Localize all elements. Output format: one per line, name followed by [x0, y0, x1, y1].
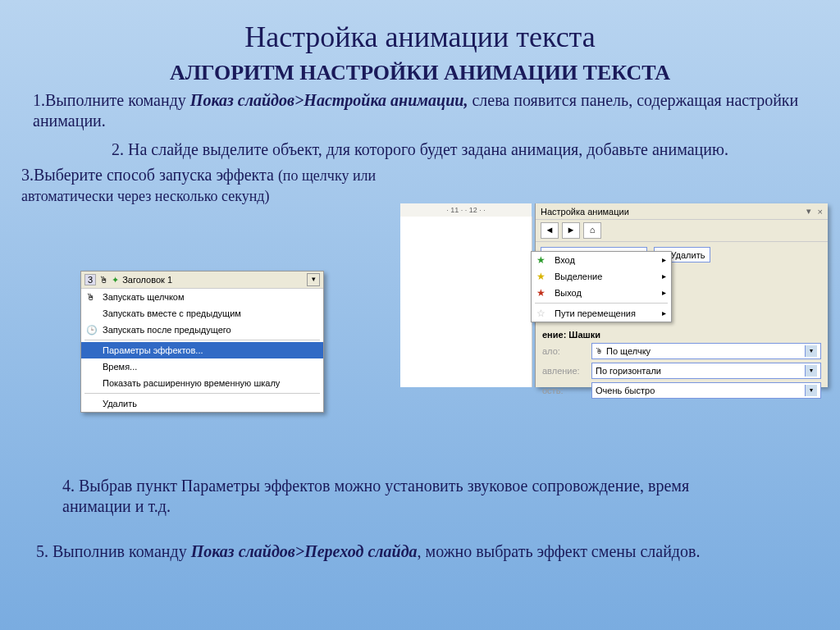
slide-workspace	[400, 217, 532, 387]
submenu-motion-paths[interactable]: ☆ Пути перемещения ▸	[532, 305, 671, 322]
combo-value: По щелчку	[603, 346, 805, 356]
menu-label: Запускать щелчком	[103, 292, 185, 302]
chevron-down-icon[interactable]: ▾	[307, 273, 320, 286]
step5-pre: 5. Выполнив команду	[36, 542, 191, 560]
field-start-combo[interactable]: 🖱 По щелчку ▾	[591, 343, 821, 359]
menu-divider	[84, 340, 320, 340]
mouse-icon: 🖱	[596, 347, 603, 355]
menu-remove[interactable]: Удалить	[81, 395, 323, 412]
menu-divider	[84, 393, 320, 394]
submenu-emphasis[interactable]: ★ Выделение ▸	[532, 268, 671, 285]
chevron-down-icon[interactable]: ▾	[805, 385, 817, 396]
arrow-right-icon: ▸	[662, 288, 666, 297]
submenu-label: Выход	[555, 288, 582, 298]
step1-pre: 1.Выполните команду	[33, 91, 190, 109]
clock-icon: 🕒	[86, 325, 96, 335]
ruler: · 11 · · 12 · ·	[400, 203, 532, 217]
field-speed-label: ость:	[542, 386, 591, 395]
step1-cmd: Показ слайдов>Настройка анимации,	[190, 91, 468, 109]
menu-timing[interactable]: Время...	[81, 358, 323, 375]
menu-label: Запускать после предыдущего	[103, 325, 231, 335]
effect-index: 3	[84, 274, 96, 285]
slide-title: Настройка анимации текста	[0, 0, 840, 54]
step-3: 3.Выберите способ запуска эффекта (по ще…	[13, 165, 399, 206]
submenu-label: Выделение	[555, 272, 602, 281]
chevron-down-icon[interactable]: ▾	[806, 206, 811, 217]
field-speed-combo[interactable]: Очень быстро ▾	[591, 382, 821, 399]
back-icon[interactable]: ◄	[541, 222, 559, 239]
star-icon: ★	[536, 287, 546, 299]
menu-effect-options[interactable]: Параметры эффектов...	[81, 342, 323, 358]
arrow-right-icon: ▸	[662, 255, 666, 264]
submenu-entrance[interactable]: ★ Вход ▸	[532, 252, 671, 268]
field-direction-label: авление:	[542, 366, 591, 376]
chevron-down-icon[interactable]: ▾	[805, 345, 817, 357]
step3a: 3.Выберите способ запуска эффекта	[21, 166, 278, 184]
step-1: 1.Выполните команду Показ слайдов>Настро…	[13, 90, 827, 131]
task-pane: Настройка анимации ▾ × ◄ ► ⌂ ✦ Добавить …	[535, 203, 828, 387]
field-start-label: ало:	[542, 346, 591, 356]
change-label: ение: Шашки	[536, 328, 828, 341]
mouse-icon: 🖱	[86, 292, 96, 302]
forward-icon[interactable]: ►	[562, 222, 580, 239]
menu-start-with-prev[interactable]: Запускать вместе с предыдущим	[81, 305, 323, 322]
task-pane-title: Настройка анимации	[541, 207, 629, 217]
menu-start-after-prev[interactable]: 🕒 Запускать после предыдущего	[81, 322, 323, 338]
submenu-label: Пути перемещения	[555, 308, 636, 318]
step-2: 2. На слайде выделите объект, для которо…	[13, 139, 827, 160]
menu-show-timeline[interactable]: Показать расширенную временную шкалу	[81, 375, 323, 391]
star-icon: ★	[536, 271, 546, 282]
arrow-right-icon: ▸	[662, 272, 666, 281]
step5-post: , можно выбрать эффект смены слайдов.	[418, 542, 701, 560]
change-text: ение: Шашки	[542, 330, 600, 340]
submenu-divider	[535, 303, 668, 304]
star-icon: ★	[536, 254, 546, 266]
animation-task-pane: · 11 · · 12 · · Настройка анимации ▾ × ◄…	[400, 203, 827, 387]
star-icon: ☆	[536, 308, 546, 319]
menu-start-onclick[interactable]: 🖱 Запускать щелчком	[81, 289, 323, 305]
submenu-label: Вход	[555, 255, 575, 265]
effect-header[interactable]: 3 🖱 ✦ Заголовок 1 ▾	[81, 272, 323, 289]
effect-submenu[interactable]: ★ Вход ▸ ★ Выделение ▸ ★ Выход ▸ ☆ Пути …	[531, 251, 672, 322]
chevron-down-icon[interactable]: ▾	[805, 365, 817, 377]
close-icon[interactable]: ×	[818, 207, 823, 217]
mouse-icon: 🖱	[99, 275, 108, 285]
step5-cmd: Показ слайдов>Переход слайда	[191, 542, 418, 560]
slide-subtitle: АЛГОРИТМ НАСТРОЙКИ АНИМАЦИИ ТЕКСТА	[0, 61, 840, 85]
home-icon[interactable]: ⌂	[583, 222, 601, 239]
effect-dropdown-menu[interactable]: 3 🖱 ✦ Заголовок 1 ▾ 🖱 Запускать щелчком …	[80, 271, 324, 413]
arrow-right-icon: ▸	[662, 308, 666, 317]
field-direction-combo[interactable]: По горизонтали ▾	[591, 363, 821, 379]
step-5: 5. Выполнив команду Показ слайдов>Перехо…	[36, 541, 774, 562]
combo-value: Очень быстро	[596, 386, 805, 395]
star-icon: ✦	[112, 275, 119, 285]
submenu-exit[interactable]: ★ Выход ▸	[532, 285, 671, 301]
btn-label: Удалить	[670, 250, 705, 260]
combo-value: По горизонтали	[596, 366, 805, 376]
step-4: 4. Выбрав пункт Параметры эффектов можно…	[62, 476, 719, 517]
effect-title: Заголовок 1	[122, 275, 172, 285]
